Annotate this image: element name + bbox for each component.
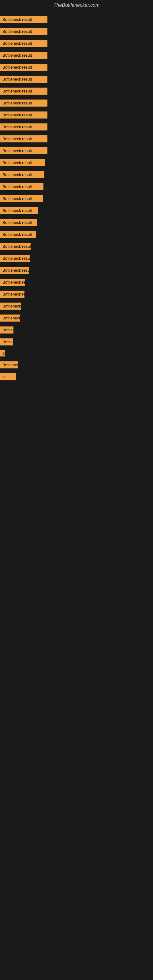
bottleneck-badge[interactable]: Bottleneck result [0,171,45,178]
list-item: Bottleneck result [0,216,153,229]
list-item: Bottleneck result [0,25,153,37]
list-item: Bottleneck result [0,49,153,61]
bottleneck-badge[interactable]: Bottleneck result [0,159,45,166]
bottleneck-badge[interactable]: Bottleneck result [0,361,18,368]
bottleneck-container: Bottleneck resultBottleneck resultBottle… [0,10,153,386]
site-title: TheBottlenecker.com [0,0,153,10]
list-item: Bottleneck result [0,264,153,276]
list-item: Bottleneck result [0,181,153,192]
bottleneck-badge[interactable]: Bottleneck result [0,195,43,202]
bottleneck-badge[interactable]: Bottleneck result [0,123,48,130]
list-item: Bottleneck result [0,145,153,157]
list-item: Bottleneck result [0,288,153,300]
list-item: Bottleneck result [0,205,153,216]
bottleneck-badge[interactable]: Bottleneck result [0,16,48,23]
bottleneck-badge[interactable]: Bottleneck result [0,339,13,345]
bottleneck-badge[interactable]: Bottleneck result [0,255,30,262]
list-item: Bottleneck result [0,240,153,252]
list-item: Bottleneck result [0,348,153,359]
list-item: Bottleneck result [0,336,153,348]
bottleneck-badge[interactable]: Bottleneck result [0,40,48,47]
bottleneck-badge[interactable]: Bottleneck result [0,291,24,298]
list-item: Bottleneck result [0,300,153,312]
list-item: Bottleneck result [0,252,153,264]
bottleneck-badge[interactable]: Bottleneck result [0,147,48,154]
list-item: Bottleneck result [0,121,153,133]
bottleneck-badge[interactable]: Bottleneck result [0,76,48,83]
list-item: Bottleneck result [0,109,153,121]
list-item: Bottleneck result [0,13,153,25]
list-item: Bottleneck result [0,157,153,169]
list-item: Bottleneck result [0,276,153,288]
list-item: Bottleneck result [0,312,153,324]
bottleneck-badge[interactable]: Bottleneck result [0,111,48,119]
bottleneck-badge[interactable]: Bottleneck result [0,135,48,142]
list-item: Bottleneck result [0,192,153,205]
bottleneck-badge[interactable]: Bottleneck result [0,52,48,59]
bottleneck-badge[interactable]: Bottleneck result [0,100,48,107]
bottleneck-badge[interactable]: Bottleneck result [0,88,48,95]
bottleneck-badge[interactable]: Bottleneck result [0,183,43,190]
list-item: Bottleneck result [0,73,153,85]
bottleneck-badge[interactable]: Bottleneck result [0,279,25,286]
bottleneck-badge[interactable]: Bottleneck result [0,302,21,310]
bottleneck-badge[interactable]: Bottleneck result [0,326,13,334]
bottleneck-badge[interactable]: Bottleneck result [0,267,29,274]
bottleneck-badge[interactable]: Bottleneck result [0,219,37,226]
bottleneck-badge[interactable]: Bottleneck result [0,207,38,214]
bottleneck-badge[interactable]: Bottleneck result [0,243,30,250]
bottleneck-badge[interactable]: n [0,373,16,380]
bottleneck-badge[interactable]: Bottleneck result [0,350,5,356]
list-item: Bottleneck result [0,229,153,240]
list-item: Bottleneck result [0,37,153,49]
bottleneck-badge[interactable]: Bottleneck result [0,28,48,35]
bottleneck-badge[interactable]: Bottleneck result [0,315,20,321]
list-item: Bottleneck result [0,85,153,97]
list-item: n [0,371,153,383]
bottleneck-badge[interactable]: Bottleneck result [0,64,48,71]
list-item: Bottleneck result [0,359,153,371]
list-item: Bottleneck result [0,169,153,181]
list-item: Bottleneck result [0,133,153,145]
list-item: Bottleneck result [0,97,153,109]
list-item: Bottleneck result [0,324,153,336]
bottleneck-badge[interactable]: Bottleneck result [0,231,36,238]
list-item: Bottleneck result [0,61,153,73]
page-wrapper: TheBottlenecker.com Bottleneck resultBot… [0,0,153,386]
